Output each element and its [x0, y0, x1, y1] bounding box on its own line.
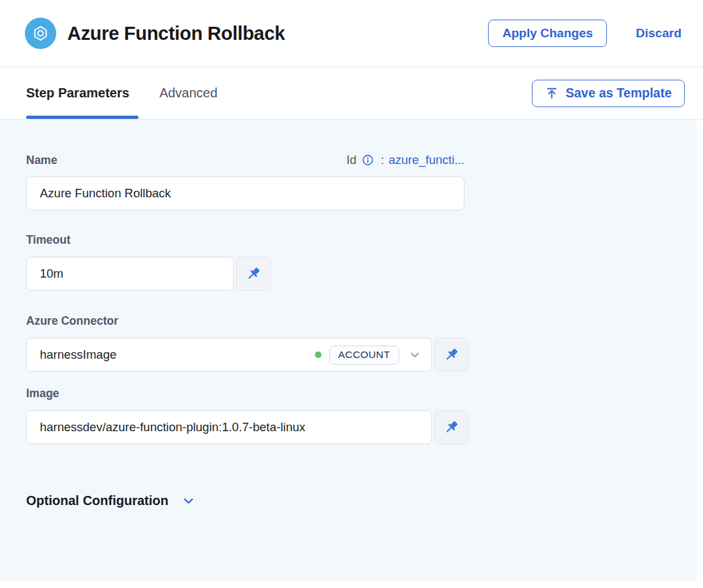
- page-title: Azure Function Rollback: [67, 23, 285, 44]
- timeout-pin-button[interactable]: [236, 257, 271, 291]
- optional-configuration-toggle[interactable]: Optional Configuration: [26, 493, 696, 508]
- upload-icon: [545, 86, 559, 100]
- header: Azure Function Rollback Apply Changes Di…: [0, 0, 703, 67]
- name-input[interactable]: [26, 176, 465, 210]
- id-value-link[interactable]: azure_functi...: [389, 153, 465, 167]
- azure-connector-value: harnessImage: [40, 348, 315, 362]
- connector-scope-badge: ACCOUNT: [329, 346, 399, 365]
- image-input[interactable]: [26, 410, 432, 444]
- timeout-label: Timeout: [26, 233, 696, 247]
- azure-connector-label: Azure Connector: [26, 314, 696, 328]
- id-label: Id: [346, 153, 356, 167]
- tab-advanced[interactable]: Advanced: [159, 67, 218, 119]
- pushpin-icon: [443, 346, 460, 363]
- save-as-template-button[interactable]: Save as Template: [532, 80, 685, 107]
- timeout-input[interactable]: [26, 257, 234, 291]
- chevron-down-icon: [181, 493, 196, 508]
- image-pin-button[interactable]: [434, 410, 469, 444]
- step-hexagon-nut-icon: [25, 18, 56, 49]
- tabbar: Step Parameters Advanced Save as Templat…: [0, 67, 703, 120]
- id-separator: :: [381, 153, 384, 167]
- chevron-down-icon[interactable]: [408, 348, 422, 362]
- azure-connector-select[interactable]: harnessImage ACCOUNT: [26, 338, 432, 372]
- pushpin-icon: [443, 419, 460, 436]
- connector-status-dot: [315, 351, 321, 358]
- image-label: Image: [26, 386, 696, 400]
- apply-changes-button[interactable]: Apply Changes: [488, 20, 607, 47]
- tab-step-parameters[interactable]: Step Parameters: [26, 67, 129, 119]
- azure-connector-pin-button[interactable]: [434, 338, 469, 372]
- step-config-page: Azure Function Rollback Apply Changes Di…: [0, 0, 703, 588]
- step-id: Id : azure_functi...: [346, 153, 465, 167]
- name-label: Name: [26, 153, 57, 167]
- pushpin-icon: [245, 265, 262, 282]
- info-icon[interactable]: [361, 154, 374, 167]
- optional-configuration-title: Optional Configuration: [26, 493, 169, 508]
- save-as-template-label: Save as Template: [566, 86, 672, 101]
- discard-button[interactable]: Discard: [636, 26, 681, 41]
- step-parameters-panel: Name Id : azure_functi... Timeo: [0, 120, 696, 581]
